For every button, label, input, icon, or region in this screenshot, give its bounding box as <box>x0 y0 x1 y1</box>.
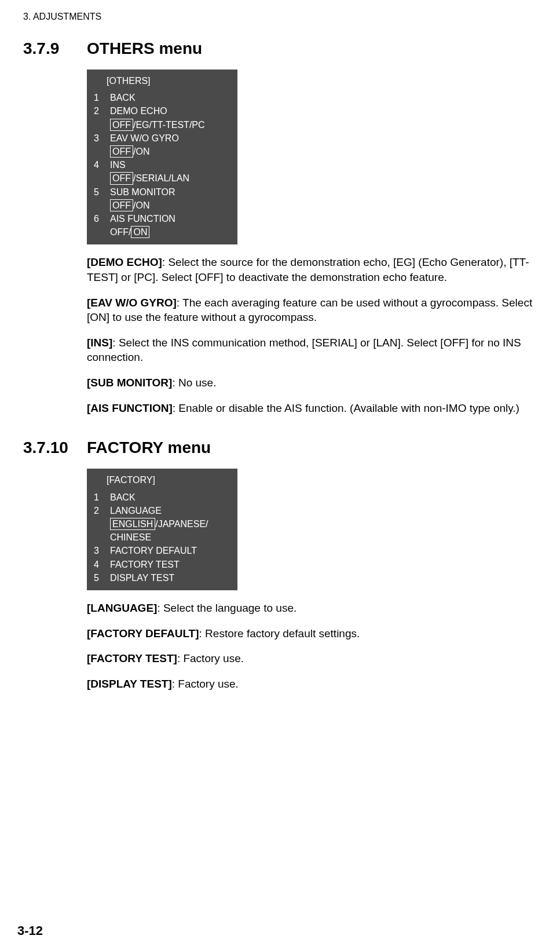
menu-label: LANGUAGE <box>110 504 230 517</box>
menu-label: DEMO ECHO <box>110 104 230 118</box>
para-label: [SUB MONITOR] <box>87 377 172 389</box>
menu-index: 5 <box>94 185 110 199</box>
menu-label: BACK <box>110 91 230 104</box>
page-number: 3-12 <box>17 923 43 938</box>
menu-title: [FACTORY] <box>107 473 230 487</box>
menu-options: OFF/ON <box>110 145 230 158</box>
menu-label: AIS FUNCTION <box>110 212 230 225</box>
para-text: : Factory use. <box>177 652 244 664</box>
para-text: : No use. <box>172 377 216 389</box>
menu-index: 3 <box>94 131 110 145</box>
section-heading: FACTORY menu <box>87 439 211 457</box>
menu-options: OFF/ON <box>110 199 230 212</box>
para-label: [FACTORY DEFAULT] <box>87 627 199 640</box>
section-title-factory: 3.7.10 FACTORY menu <box>23 439 537 457</box>
para-sub-monitor: [SUB MONITOR]: No use. <box>87 375 537 390</box>
para-ais: [AIS FUNCTION]: Enable or disable the AI… <box>87 401 537 416</box>
selected-option: OFF <box>110 145 133 158</box>
factory-menu-box: [FACTORY] 1 BACK 2 LANGUAGE ENGLISH/JAPA… <box>87 469 237 590</box>
menu-options: OFF/SERIAL/LAN <box>110 171 230 185</box>
options-rest: /SERIAL/LAN <box>133 173 189 183</box>
options-rest: /JAPANESE/ <box>155 519 208 529</box>
section-heading: OTHERS menu <box>87 39 202 58</box>
menu-index: 2 <box>94 104 110 118</box>
menu-index: 4 <box>94 158 110 171</box>
para-text: : Restore factory default settings. <box>199 627 360 640</box>
options-text: CHINESE <box>110 532 151 542</box>
para-label: [LANGUAGE] <box>87 602 157 614</box>
menu-item-demo-echo: 2 DEMO ECHO <box>94 104 230 118</box>
menu-item-factory-test: 4 FACTORY TEST <box>94 558 230 571</box>
selected-option: OFF <box>110 172 133 184</box>
menu-item-back: 1 BACK <box>94 91 230 104</box>
menu-item-sub-monitor: 5 SUB MONITOR <box>94 185 230 199</box>
others-menu-box: [OTHERS] 1 BACK 2 DEMO ECHO OFF/EG/TT-TE… <box>87 70 237 244</box>
para-display-test: [DISPLAY TEST]: Factory use. <box>87 677 537 692</box>
para-label: [INS] <box>87 337 112 349</box>
menu-options-line2: CHINESE <box>110 531 230 544</box>
para-label: [FACTORY TEST] <box>87 652 177 664</box>
para-language: [LANGUAGE]: Select the language to use. <box>87 601 537 616</box>
para-text: : Enable or disable the AIS function. (A… <box>173 402 519 414</box>
para-label: [EAV W/O GYRO] <box>87 297 177 309</box>
menu-index: 5 <box>94 571 110 584</box>
menu-options: ENGLISH/JAPANESE/ <box>110 517 230 531</box>
selected-option: OFF <box>110 199 133 211</box>
menu-options: OFF/EG/TT-TEST/PC <box>110 118 230 131</box>
menu-label: FACTORY DEFAULT <box>110 544 230 557</box>
menu-index: 2 <box>94 504 110 517</box>
chapter-header: 3. ADJUSTMENTS <box>23 12 537 22</box>
menu-label: BACK <box>110 491 230 504</box>
menu-index: 4 <box>94 558 110 571</box>
para-label: [DISPLAY TEST] <box>87 678 172 690</box>
menu-label: INS <box>110 158 230 171</box>
menu-label: FACTORY TEST <box>110 558 230 571</box>
menu-item-ais: 6 AIS FUNCTION <box>94 212 230 225</box>
menu-index: 1 <box>94 91 110 104</box>
menu-index: 3 <box>94 544 110 557</box>
para-text: : Select the INS communication method, [… <box>87 337 521 364</box>
menu-index: 6 <box>94 212 110 225</box>
menu-label: EAV W/O GYRO <box>110 131 230 145</box>
section-number: 3.7.10 <box>23 439 87 457</box>
options-pre: OFF/ <box>110 227 131 237</box>
selected-option: ENGLISH <box>110 518 155 530</box>
menu-options: OFF/ON <box>110 225 230 239</box>
menu-label: DISPLAY TEST <box>110 571 230 584</box>
section-number: 3.7.9 <box>23 39 87 58</box>
menu-item-display-test: 5 DISPLAY TEST <box>94 571 230 584</box>
para-label: [AIS FUNCTION] <box>87 402 173 414</box>
menu-item-factory-default: 3 FACTORY DEFAULT <box>94 544 230 557</box>
para-label: [DEMO ECHO] <box>87 256 162 268</box>
para-ins: [INS]: Select the INS communication meth… <box>87 335 537 365</box>
menu-label: SUB MONITOR <box>110 185 230 199</box>
para-demo-echo: [DEMO ECHO]: Select the source for the d… <box>87 255 537 284</box>
para-factory-default: [FACTORY DEFAULT]: Restore factory defau… <box>87 626 537 641</box>
menu-item-ins: 4 INS <box>94 158 230 171</box>
menu-title: [OTHERS] <box>107 74 230 87</box>
para-factory-test: [FACTORY TEST]: Factory use. <box>87 651 537 666</box>
para-text: : Factory use. <box>172 678 239 690</box>
options-rest: /ON <box>133 147 149 156</box>
menu-item-language: 2 LANGUAGE <box>94 504 230 517</box>
options-rest: /EG/TT-TEST/PC <box>133 120 205 130</box>
options-rest: /ON <box>133 200 149 210</box>
menu-item-back: 1 BACK <box>94 491 230 504</box>
menu-index: 1 <box>94 491 110 504</box>
section-title-others: 3.7.9 OTHERS menu <box>23 39 537 58</box>
para-text: : Select the language to use. <box>157 602 297 614</box>
selected-option: OFF <box>110 119 133 131</box>
page: 3. ADJUSTMENTS 3.7.9 OTHERS menu [OTHERS… <box>0 0 560 950</box>
para-eav: [EAV W/O GYRO]: The each averaging featu… <box>87 295 537 325</box>
menu-item-eav: 3 EAV W/O GYRO <box>94 131 230 145</box>
selected-option: ON <box>131 226 149 238</box>
